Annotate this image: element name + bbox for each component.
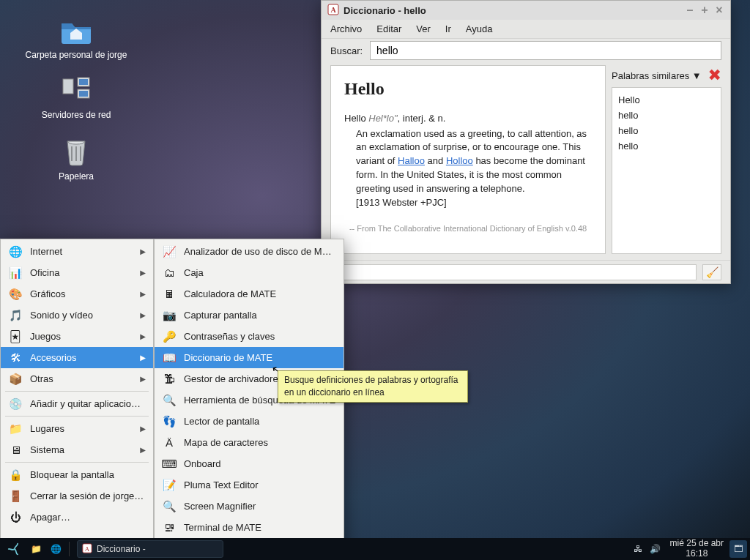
menu-internet[interactable]: 🌐Internet▶: [1, 241, 153, 262]
power-icon: ⏻: [8, 510, 23, 525]
multimedia-icon: 🎵: [8, 308, 23, 323]
statusbar: 🧹: [322, 260, 730, 283]
network-servers-icon: [59, 72, 94, 107]
menu-archivo[interactable]: Archivo: [324, 21, 368, 37]
menu-accesorios[interactable]: 🛠Accesorios▶: [1, 347, 153, 368]
trash-icon: [59, 133, 94, 168]
menu-ir[interactable]: Ir: [439, 21, 457, 37]
submenu-onboard[interactable]: ⌨Onboard: [155, 453, 344, 474]
window-minimize-button[interactable]: –: [685, 5, 695, 15]
similar-word-item[interactable]: hello: [618, 123, 715, 138]
desktop-icon-network[interactable]: Servidores de red: [25, 72, 127, 122]
appmenu-categories: 🌐Internet▶ 📊Oficina▶ 🎨Gráficos▶ 🎵Sonido …: [0, 239, 154, 560]
svg-rect-4: [79, 91, 88, 97]
definition-link-holloo[interactable]: Holloo: [446, 155, 473, 166]
menu-lock-screen[interactable]: 🔒Bloquear la pantalla: [1, 464, 153, 485]
menu-editar[interactable]: Editar: [371, 21, 407, 37]
taskbar-app-dictionary[interactable]: A Diccionario -: [77, 540, 223, 558]
search-input[interactable]: [370, 41, 721, 60]
taskbar: 📁 🌐 A Diccionario - 🖧 🔊 mié 25 de abr 16…: [0, 538, 750, 560]
menu-sonido-video[interactable]: 🎵Sonido y vídeo▶: [1, 305, 153, 326]
disk-usage-icon: 📈: [162, 244, 177, 259]
screen-reader-icon: 👣: [162, 414, 177, 429]
app-icon: A: [327, 4, 339, 18]
camera-icon: 📷: [162, 308, 177, 323]
show-desktop-tray[interactable]: 🗔: [729, 540, 747, 558]
taskbar-clock[interactable]: mié 25 de abr 16:18: [670, 539, 724, 559]
menu-graficos[interactable]: 🎨Gráficos▶: [1, 283, 153, 305]
similar-word-item[interactable]: hello: [618, 138, 715, 154]
submenu-screen-reader[interactable]: 👣Lector de pantalla: [155, 411, 344, 432]
similar-word-item[interactable]: hello: [618, 108, 715, 123]
folder-home-icon: [59, 12, 94, 47]
definition-pos: , interj. & n.: [398, 113, 446, 124]
definition-link-halloo[interactable]: Halloo: [398, 155, 425, 166]
file-manager-icon: 🗂: [162, 266, 177, 280]
close-icon[interactable]: ✖: [708, 67, 721, 83]
triskele-icon: [7, 542, 22, 556]
menu-logout[interactable]: 🚪Cerrar la sesión de jorge…: [1, 485, 153, 507]
menu-oficina[interactable]: 📊Oficina▶: [1, 262, 153, 283]
dictionary-icon: A: [82, 543, 92, 556]
desktop-icon-label: Servidores de red: [25, 110, 127, 122]
desktop-icon-label: Papelera: [25, 171, 127, 183]
chevron-right-icon: ▶: [140, 311, 146, 319]
definition-heading: Hello: [344, 76, 592, 102]
chevron-right-icon: ▶: [140, 247, 146, 255]
svg-text:A: A: [85, 545, 90, 552]
start-button[interactable]: [3, 540, 26, 558]
chevron-right-icon: ▶: [140, 332, 146, 340]
dictionary-window: A Diccionario - hello – + × Archivo Edit…: [321, 0, 731, 284]
terminal-icon: 🖳: [162, 520, 177, 535]
submenu-pluma[interactable]: 📝Pluma Text Editor: [155, 474, 344, 496]
submenu-magnifier[interactable]: 🔍Screen Magnifier: [155, 496, 344, 517]
clear-button[interactable]: 🧹: [702, 264, 721, 280]
tooltip: Busque definiciones de palabras y ortogr…: [278, 370, 468, 403]
menu-otras[interactable]: 📦Otras▶: [1, 368, 153, 389]
menu-sistema[interactable]: 🖥Sistema▶: [1, 439, 153, 460]
search-icon: 🔍: [162, 393, 177, 408]
menu-ayuda[interactable]: Ayuda: [460, 21, 499, 37]
lock-icon: 🔒: [8, 468, 23, 482]
globe-icon: 🌐: [8, 244, 23, 259]
window-titlebar[interactable]: A Diccionario - hello – + ×: [322, 1, 730, 20]
package-icon: 💿: [8, 397, 23, 411]
chevron-right-icon: ▶: [140, 446, 146, 454]
browser-launcher[interactable]: 🌐: [46, 540, 66, 558]
submenu-character-map[interactable]: ÄMapa de caracteres: [155, 432, 344, 453]
menu-ver[interactable]: Ver: [410, 21, 437, 37]
status-input[interactable]: [330, 264, 697, 280]
folder-icon: 📁: [8, 422, 23, 436]
svg-rect-3: [79, 79, 88, 85]
menu-shutdown[interactable]: ⏻Apagar…: [1, 507, 153, 528]
svg-rect-0: [63, 79, 73, 94]
menu-lugares[interactable]: 📁Lugares▶: [1, 418, 153, 439]
menubar: Archivo Editar Ver Ir Ayuda: [322, 20, 730, 39]
keyboard-icon: ⌨: [162, 457, 177, 471]
definition-pane: Hello Hello Hel*lo", interj. & n. An exc…: [330, 65, 606, 254]
submenu-disk-analyzer[interactable]: 📈Analizador de uso de disco de MATE: [155, 241, 344, 262]
window-close-button[interactable]: ×: [714, 5, 724, 15]
desktop-icon-trash[interactable]: Papelera: [25, 133, 127, 183]
similar-word-item[interactable]: Hello: [618, 92, 715, 108]
show-desktop-button[interactable]: 📁: [26, 540, 46, 558]
network-tray-icon[interactable]: 🖧: [629, 540, 647, 558]
definition-source: -- From The Collaborative International …: [344, 223, 592, 235]
desktop-icon-home[interactable]: Carpeta personal de jorge: [25, 12, 127, 61]
submenu-dictionary[interactable]: 📖Diccionario de MATE: [155, 347, 344, 368]
taskbar-app-label: Diccionario -: [97, 544, 146, 554]
file-manager-icon: 📁: [31, 544, 42, 554]
submenu-caja[interactable]: 🗂Caja: [155, 262, 344, 283]
window-maximize-button[interactable]: +: [699, 5, 710, 15]
submenu-terminal[interactable]: 🖳Terminal de MATE: [155, 517, 344, 538]
similar-words-label[interactable]: Palabras similares ▼: [612, 70, 702, 81]
volume-tray-icon[interactable]: 🔊: [647, 540, 664, 558]
submenu-calculator[interactable]: 🖩Calculadora de MATE: [155, 283, 344, 305]
similar-words-pane: Palabras similares ▼ ✖ Hello hello hello…: [612, 65, 721, 254]
submenu-screenshot[interactable]: 📷Capturar pantalla: [155, 305, 344, 326]
chevron-right-icon: ▶: [140, 290, 146, 298]
menu-add-remove-apps[interactable]: 💿Añadir y quitar aplicaciones: [1, 393, 153, 414]
similar-words-list[interactable]: Hello hello hello hello: [612, 87, 721, 254]
submenu-passwords[interactable]: 🔑Contraseñas y claves: [155, 326, 344, 347]
menu-juegos[interactable]: 🃏Juegos▶: [1, 326, 153, 347]
